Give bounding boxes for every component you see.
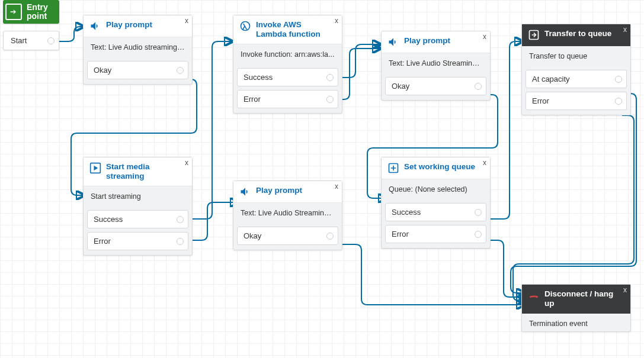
- entry-arrow-icon: [5, 4, 22, 20]
- node-body-text: Text: Live Audio streaming ...: [84, 37, 192, 55]
- close-icon[interactable]: x: [185, 17, 188, 25]
- transfer-to-queue-node[interactable]: Transfer to queue x Transfer to queue At…: [521, 24, 631, 115]
- node-title: Play prompt: [404, 36, 456, 46]
- lambda-icon: [239, 20, 251, 32]
- play-prompt-node-2[interactable]: Play prompt x Text: Live Audio Streaming…: [233, 180, 342, 250]
- close-icon[interactable]: x: [483, 33, 486, 41]
- node-title: Play prompt: [106, 20, 158, 30]
- outlet-okay[interactable]: Okay: [87, 61, 188, 79]
- queue-add-icon: [387, 162, 399, 174]
- node-title: Start media streaming: [106, 162, 186, 181]
- outlet-success[interactable]: Success: [87, 210, 188, 228]
- node-body-text: Invoke function: arn:aws:la...: [233, 44, 342, 62]
- speaker-icon: [89, 20, 101, 32]
- outlet-success[interactable]: Success: [385, 203, 486, 221]
- node-body-text: Queue: (None selected): [382, 179, 490, 197]
- start-media-streaming-node[interactable]: Start media streaming x Start streaming …: [83, 157, 193, 256]
- close-icon[interactable]: x: [335, 182, 338, 191]
- set-working-queue-node[interactable]: Set working queue x Queue: (None selecte…: [381, 157, 491, 249]
- node-title: Play prompt: [256, 186, 308, 195]
- node-body-text: Text: Live Audio Streaming ...: [233, 203, 342, 221]
- node-body-text: Start streaming: [84, 186, 192, 204]
- entry-point-node[interactable]: Entry point: [3, 0, 59, 24]
- outlet-error[interactable]: Error: [526, 92, 627, 110]
- speaker-icon: [239, 186, 251, 198]
- invoke-lambda-node[interactable]: Invoke AWS Lambda function x Invoke func…: [233, 15, 342, 114]
- disconnect-node[interactable]: Disconnect / hang up x Termination event: [521, 284, 631, 332]
- node-body-text: Transfer to queue: [522, 46, 630, 64]
- close-icon[interactable]: x: [623, 25, 627, 34]
- start-outlet[interactable]: Start: [3, 31, 59, 50]
- outlet-okay[interactable]: Okay: [237, 227, 338, 245]
- transfer-icon: [528, 29, 540, 41]
- speaker-icon: [387, 36, 399, 48]
- close-icon[interactable]: x: [335, 17, 338, 25]
- node-title: Transfer to queue: [544, 29, 617, 38]
- close-icon[interactable]: x: [185, 159, 188, 167]
- node-body-text: Termination event: [522, 314, 630, 331]
- outlet-error[interactable]: Error: [385, 225, 486, 243]
- close-icon[interactable]: x: [623, 286, 627, 294]
- close-icon[interactable]: x: [483, 159, 486, 167]
- node-title: Disconnect / hang up: [544, 289, 624, 308]
- node-body-text: Text: Live Audio Streaming ...: [382, 53, 490, 71]
- node-title: Set working queue: [404, 162, 481, 172]
- hangup-icon: [528, 289, 540, 301]
- play-prompt-node-1[interactable]: Play prompt x Text: Live Audio streaming…: [83, 15, 193, 85]
- outlet-okay[interactable]: Okay: [385, 77, 486, 95]
- play-prompt-node-3[interactable]: Play prompt x Text: Live Audio Streaming…: [381, 31, 491, 101]
- node-title: Invoke AWS Lambda function: [256, 20, 336, 39]
- play-icon: [89, 162, 101, 174]
- entry-label: Entry point: [27, 3, 48, 21]
- outlet-error[interactable]: Error: [237, 90, 338, 108]
- outlet-success[interactable]: Success: [237, 68, 338, 86]
- outlet-error[interactable]: Error: [87, 232, 188, 250]
- outlet-at-capacity[interactable]: At capacity: [526, 70, 627, 88]
